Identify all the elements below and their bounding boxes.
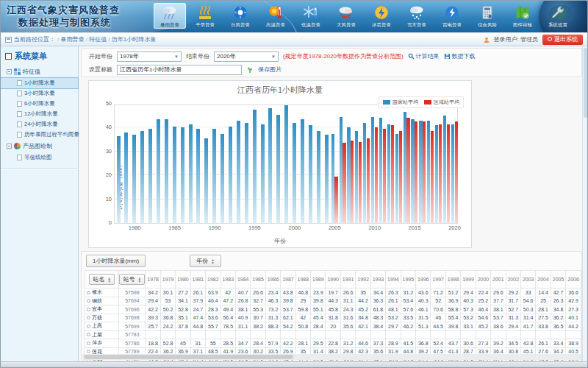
year-column-header[interactable]: 1999 [461, 271, 476, 289]
value-cell: 53.7 [491, 314, 506, 322]
value-cell: 36.5 [551, 322, 565, 331]
year-column-header[interactable]: 1993 [370, 271, 385, 289]
horizontal-scrollbar[interactable] [82, 354, 581, 360]
station-radio[interactable] [87, 316, 90, 319]
value-cell [146, 330, 160, 339]
vertical-scrollbar-thumb[interactable] [584, 48, 587, 118]
station-radio[interactable] [87, 299, 90, 302]
compute-result-button[interactable]: 计算结果 [408, 52, 440, 60]
year-column-header[interactable]: 1991 [340, 271, 355, 289]
sidebar-group-2[interactable]: 产品图绘制 [1, 140, 78, 152]
sidebar-item-历年暴雨过程平均雨量[interactable]: 历年暴雨过程平均雨量 [1, 130, 78, 140]
year-column-header[interactable]: 1992 [356, 271, 370, 289]
toolbar-item-11[interactable]: 图件审核 [506, 3, 539, 29]
sidebar-item-等值线绘图[interactable]: 等值线绘图 [1, 152, 78, 163]
toolbar-item-4[interactable]: 高温普查 [259, 3, 292, 29]
start-year-select[interactable]: 1978年▼ [117, 52, 182, 62]
station-name-cell[interactable]: 宜丰 [85, 305, 119, 314]
year-column-header[interactable]: 1990 [326, 271, 340, 289]
station-id-chip[interactable]: 站号▲▼ [119, 274, 145, 285]
toolbar-item-10[interactable]: 综合风险 [471, 3, 503, 29]
sidebar-item-24小时降水量[interactable]: 24小时降水量 [1, 119, 78, 130]
year-column-header[interactable]: 2001 [491, 271, 506, 289]
value-cell: 53.6 [206, 314, 220, 322]
value-cell: 45 [176, 339, 190, 348]
year-column-header[interactable]: 1994 [386, 271, 401, 289]
toolbar-item-2[interactable]: 干旱普查 [189, 3, 221, 29]
year-column-header[interactable]: 1986 [265, 271, 280, 289]
station-radio[interactable] [87, 291, 90, 294]
station-name-cell[interactable]: 修水 [85, 289, 119, 297]
year-column-header[interactable]: 2000 [476, 271, 490, 289]
year-column-header[interactable]: 2002 [506, 271, 520, 289]
toolbar-item-9[interactable]: 雷电普查 [436, 3, 468, 29]
value-cell: 34.1 [176, 297, 190, 305]
chart-plot-area: 1小时降水量（mm） 01020304050198019851990199520… [114, 105, 458, 224]
sidebar-group-1[interactable]: 特征值 [1, 66, 78, 78]
breadcrumb-item[interactable]: 历年1小时降水量 [112, 36, 156, 43]
breadcrumb: 当前路径位置： / 暴雨普查 / 特征值 / 历年1小时降水量 [5, 35, 156, 43]
year-column-header[interactable]: 1995 [401, 271, 415, 289]
year-column-header[interactable]: 1981 [190, 271, 205, 289]
year-column-header[interactable]: 2006 [566, 271, 581, 289]
year-column-header[interactable]: 1989 [311, 271, 326, 289]
station-radio[interactable] [87, 350, 90, 353]
year-column-header[interactable]: 1980 [176, 271, 190, 289]
breadcrumb-item[interactable]: 特征值 [89, 36, 107, 43]
toolbar-item-6[interactable]: 大风普查 [330, 3, 362, 29]
toolbar-item-7[interactable]: 冰雹普查 [365, 3, 398, 29]
sidebar-item-12小时降水量[interactable]: 12小时降水量 [1, 109, 78, 119]
station-name-cell[interactable]: 铜鼓 [85, 297, 119, 305]
station-name-chip[interactable]: 站名▲▼ [89, 274, 115, 285]
page-icon [17, 111, 22, 117]
breadcrumb-item[interactable]: 暴雨普查 [60, 36, 84, 43]
year-column-header[interactable]: 1998 [445, 271, 460, 289]
collapse-icon[interactable] [7, 144, 12, 149]
end-year-select[interactable]: 2020年▼ [214, 52, 279, 62]
year-column-header[interactable]: 1985 [251, 271, 265, 289]
toolbar-item-12[interactable]: 系统设置 [542, 3, 574, 29]
sidebar-item-3小时降水量[interactable]: 3小时降水量 [1, 88, 78, 99]
year-column-header[interactable]: 1996 [416, 271, 431, 289]
table-row-宜丰: 宜丰5769642.250.252.824.728.349.438.155.37… [85, 305, 581, 314]
toolbar-item-3[interactable]: 台风普查 [224, 3, 257, 29]
station-name-cell[interactable]: 上栗 [85, 330, 119, 339]
year-column-header[interactable]: 1987 [281, 271, 295, 289]
value-cell [281, 330, 295, 339]
data-download-button[interactable]: 数据下载 [444, 52, 476, 60]
toolbar-item-8[interactable]: 雪灾普查 [401, 3, 433, 29]
measure-chip[interactable]: 1小时降水量(mm) [86, 255, 146, 267]
toolbar-item-5[interactable]: 低温普查 [295, 3, 327, 29]
year-column-header[interactable]: 1978 [146, 271, 160, 289]
year-column-header[interactable]: 1982 [206, 271, 220, 289]
collapse-icon[interactable] [7, 69, 12, 74]
save-image-button[interactable]: 保存图片 [258, 66, 282, 74]
year-column-header[interactable]: 1979 [160, 271, 175, 289]
toolbar-item-1[interactable]: 暴雨普查 [154, 3, 186, 29]
logout-button[interactable]: 退出系统 [542, 35, 583, 45]
legend-item: 国家站平均 [383, 99, 418, 106]
value-cell [326, 330, 340, 339]
sidebar-item-1小时降水量[interactable]: 1小时降水量 [1, 78, 78, 88]
station-name-cell[interactable]: 上高 [85, 322, 119, 331]
station-radio[interactable] [87, 333, 90, 336]
station-radio[interactable] [87, 342, 90, 345]
horizontal-scrollbar-thumb[interactable] [84, 355, 293, 359]
year-column-header[interactable]: 1983 [220, 271, 235, 289]
year-dimension-chip[interactable]: 年份▲▼ [190, 255, 221, 267]
year-column-header[interactable]: 2004 [536, 271, 551, 289]
station-radio[interactable] [87, 325, 90, 328]
year-column-header[interactable]: 1984 [235, 271, 250, 289]
station-name-cell[interactable]: 萍乡 [85, 339, 119, 348]
sidebar-item-6小时降水量[interactable]: 6小时降水量 [1, 99, 78, 109]
station-radio[interactable] [87, 308, 90, 311]
chart-title-input[interactable] [117, 65, 242, 75]
sidebar-item-label: 3小时降水量 [24, 90, 55, 97]
year-column-header[interactable]: 1988 [295, 271, 310, 289]
year-column-header[interactable]: 2005 [551, 271, 565, 289]
year-column-header[interactable]: 1997 [431, 271, 445, 289]
vertical-scrollbar[interactable] [582, 46, 587, 361]
confirm-icon[interactable] [246, 66, 254, 74]
station-name-cell[interactable]: 万载 [85, 314, 119, 322]
year-column-header[interactable]: 2003 [520, 271, 535, 289]
